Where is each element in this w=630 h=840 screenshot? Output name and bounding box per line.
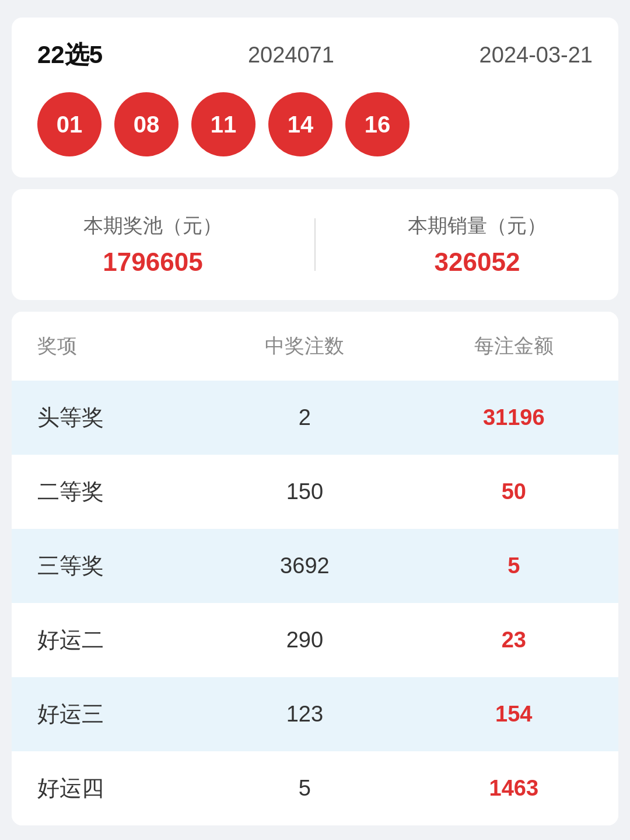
col-prize-header: 奖项 — [12, 312, 200, 381]
prize-amount: 5 — [410, 529, 618, 603]
prize-amount: 31196 — [410, 381, 618, 455]
prize-winners: 5 — [200, 751, 409, 825]
prize-winners: 3692 — [200, 529, 409, 603]
table-row: 二等奖15050 — [12, 455, 618, 529]
issue-number: 2024071 — [248, 43, 334, 68]
sales-block: 本期销量（元） 326052 — [408, 212, 547, 277]
prize-amount: 50 — [410, 455, 618, 529]
prize-name: 好运四 — [12, 751, 200, 825]
table-row: 好运三123154 — [12, 677, 618, 751]
table-row: 头等奖231196 — [12, 381, 618, 455]
prize-table-card: 奖项 中奖注数 每注金额 头等奖231196二等奖15050三等奖36925好运… — [12, 312, 618, 825]
col-winners-header: 中奖注数 — [200, 312, 409, 381]
game-title: 22选5 — [37, 39, 103, 71]
prize-name: 三等奖 — [12, 529, 200, 603]
prize-name: 二等奖 — [12, 455, 200, 529]
table-header-row: 奖项 中奖注数 每注金额 — [12, 312, 618, 381]
prize-table: 奖项 中奖注数 每注金额 头等奖231196二等奖15050三等奖36925好运… — [12, 312, 618, 825]
ball-1: 01 — [37, 92, 102, 156]
prize-winners: 123 — [200, 677, 409, 751]
prize-amount: 23 — [410, 603, 618, 677]
ball-2: 08 — [114, 92, 178, 156]
prize-winners: 2 — [200, 381, 409, 455]
balls-row: 01 08 11 14 16 — [37, 92, 593, 156]
ball-5: 16 — [345, 92, 410, 156]
pool-block: 本期奖池（元） 1796605 — [83, 212, 222, 277]
table-row: 三等奖36925 — [12, 529, 618, 603]
table-row: 好运二29023 — [12, 603, 618, 677]
prize-amount: 154 — [410, 677, 618, 751]
prize-winners: 150 — [200, 455, 409, 529]
stats-card: 本期奖池（元） 1796605 本期销量（元） 326052 — [12, 189, 618, 300]
ball-4: 14 — [268, 92, 332, 156]
col-amount-header: 每注金额 — [410, 312, 618, 381]
pool-label: 本期奖池（元） — [83, 212, 222, 239]
sales-value: 326052 — [435, 248, 520, 277]
stats-divider — [314, 218, 316, 271]
pool-value: 1796605 — [103, 248, 202, 277]
prize-amount: 1463 — [410, 751, 618, 825]
sales-label: 本期销量（元） — [408, 212, 547, 239]
prize-name: 好运二 — [12, 603, 200, 677]
table-row: 好运四51463 — [12, 751, 618, 825]
prize-winners: 290 — [200, 603, 409, 677]
prize-name: 头等奖 — [12, 381, 200, 455]
draw-date: 2024-03-21 — [480, 43, 593, 68]
top-card: 22选5 2024071 2024-03-21 01 08 11 14 16 — [12, 18, 618, 177]
ball-3: 11 — [191, 92, 256, 156]
prize-name: 好运三 — [12, 677, 200, 751]
header-row: 22选5 2024071 2024-03-21 — [37, 39, 593, 71]
